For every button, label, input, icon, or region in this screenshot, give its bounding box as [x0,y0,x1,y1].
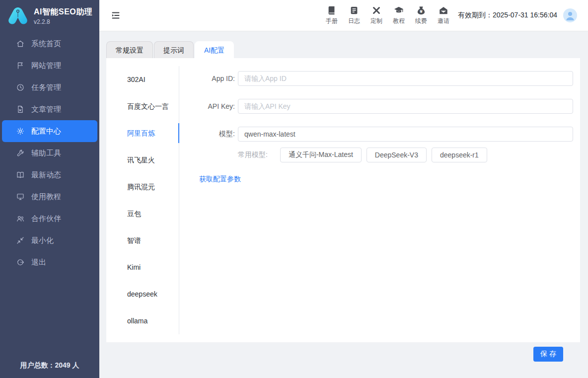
sidebar-item-label: 网站管理 [31,61,61,71]
sidebar-item-label: 辅助工具 [31,149,61,158]
save-button[interactable]: 保 存 [533,347,563,362]
sidebar-item-label: 文章管理 [31,105,61,114]
action-label: 邀请 [438,17,449,25]
course-button[interactable]: 教程 [393,5,405,25]
header-quick-actions: 手册 日志 定制 教程 ¥ 续费 邀请 [326,5,449,25]
user-total-label: 用户总数： [20,361,55,369]
custom-icon [371,5,381,15]
ai-config-panel: 302AI 百度文心一言 阿里百炼 讯飞星火 腾讯混元 豆包 智谱 Kimi d… [106,58,580,342]
news-icon [16,170,25,179]
app-id-row: App ID: [191,71,573,86]
provider-zhipu[interactable]: 智谱 [106,227,179,254]
app-version: v2.2.8 [34,18,92,25]
api-key-input[interactable] [238,99,573,114]
provider-deepseek[interactable]: deepseek [106,281,179,307]
sidebar-item-tools[interactable]: 辅助工具 [0,142,99,164]
sidebar-menu: 系统首页 网站管理 任务管理 文章管理 配置中心 辅助工具 最新动态 使用教程 [0,33,99,273]
action-label: 日志 [348,17,360,25]
site-icon [16,61,25,70]
sidebar-item-label: 系统首页 [31,39,61,49]
tab-prompts[interactable]: 提示词 [154,41,194,58]
avatar-person-icon [563,8,577,22]
partners-icon [16,214,25,223]
log-button[interactable]: 日志 [348,5,360,25]
tab-general-settings[interactable]: 常规设置 [106,41,153,58]
app-logo: AI智能SEO助理 v2.2.8 [0,0,99,31]
user-total-value: 2049 人 [55,361,79,369]
api-key-row: API Key: [191,99,573,114]
license-expiry: 有效期到：2025-07-31 16:56:04 [458,11,557,20]
sidebar-item-label: 退出 [31,258,46,267]
action-label: 续费 [415,17,427,25]
model-option-deepseek-v3-button[interactable]: DeepSeek-V3 [367,148,427,162]
save-row: 保 存 [106,347,580,362]
action-label: 定制 [370,17,382,25]
sidebar-item-tasks[interactable]: 任务管理 [0,76,99,98]
manual-book-icon [327,5,337,15]
log-icon [349,5,359,15]
common-models-label: 常用模型: [238,151,268,159]
user-total: 用户总数：2049 人 [0,361,99,378]
provider-xunfei-spark[interactable]: 讯飞星火 [106,147,179,173]
sidebar-item-label: 最小化 [31,236,54,245]
provider-kimi[interactable]: Kimi [106,254,179,281]
sidebar-collapse-icon[interactable] [110,9,122,21]
app-id-input[interactable] [238,71,573,86]
sidebar-item-articles[interactable]: 文章管理 [0,98,99,120]
config-icon [16,127,25,136]
svg-text:¥: ¥ [420,9,423,14]
manual-button[interactable]: 手册 [326,5,338,25]
sidebar-item-sites[interactable]: 网站管理 [0,55,99,76]
sidebar-item-config-center[interactable]: 配置中心 [2,120,97,142]
minimize-icon [16,236,25,245]
settings-tabs: 常规设置 提示词 AI配置 [106,41,580,58]
license-expiry-value: 2025-07-31 16:56:04 [493,11,557,19]
sidebar-item-label: 合作伙伴 [31,214,61,224]
provider-baidu-wenxin[interactable]: 百度文心一言 [106,93,179,120]
provider-tencent-hunyuan[interactable]: 腾讯混元 [106,173,179,200]
model-option-deepseek-r1-button[interactable]: deepseek-r1 [432,148,487,162]
sidebar-item-label: 使用教程 [31,192,61,202]
license-expiry-label: 有效期到： [458,11,493,19]
task-icon [16,83,25,92]
tutorial-icon [16,192,25,201]
app-title: AI智能SEO助理 [34,7,92,17]
tools-icon [16,149,25,157]
custom-button[interactable]: 定制 [370,5,382,25]
provider-302ai[interactable]: 302AI [106,66,179,93]
home-icon [16,39,25,48]
sidebar-item-partners[interactable]: 合作伙伴 [0,208,99,229]
app-logo-icon [7,6,29,26]
provider-ali-bailian[interactable]: 阿里百炼 [106,120,179,147]
course-cap-icon [394,5,404,15]
sidebar-item-exit[interactable]: 退出 [0,251,99,273]
provider-doubao[interactable]: 豆包 [106,200,179,227]
exit-icon [16,258,25,267]
top-header: 手册 日志 定制 教程 ¥ 续费 邀请 有效期到：2025-07-31 16:5… [99,0,588,31]
model-label: 模型: [191,130,238,139]
sidebar-item-label: 任务管理 [31,83,61,92]
sidebar-item-label: 最新动态 [31,170,61,180]
provider-nav: 302AI 百度文心一言 阿里百炼 讯飞星火 腾讯混元 豆包 智谱 Kimi d… [106,66,179,334]
provider-ollama[interactable]: ollama [106,307,179,334]
sidebar-item-label: 配置中心 [31,127,61,136]
user-avatar[interactable] [563,8,577,22]
action-label: 教程 [393,17,405,25]
renew-button[interactable]: ¥ 续费 [415,5,427,25]
model-option-qwen-button[interactable]: 通义千问-Max-Latest [280,148,362,162]
main-content: 常规设置 提示词 AI配置 302AI 百度文心一言 阿里百炼 讯飞星火 腾讯混… [99,31,588,378]
invite-mail-icon [439,5,448,15]
invite-button[interactable]: 邀请 [438,5,449,25]
api-key-label: API Key: [191,102,238,110]
sidebar-item-tutorial[interactable]: 使用教程 [0,186,99,208]
tab-ai-config[interactable]: AI配置 [195,41,234,58]
sidebar-item-home[interactable]: 系统首页 [0,33,99,55]
sidebar-item-news[interactable]: 最新动态 [0,164,99,186]
get-config-params-link[interactable]: 获取配置参数 [199,175,241,184]
model-row: 模型: [191,127,573,142]
common-models-row: 常用模型: 通义千问-Max-Latest DeepSeek-V3 deepse… [191,148,573,162]
model-input[interactable] [238,127,573,142]
sidebar-item-minimize[interactable]: 最小化 [0,229,99,251]
article-icon [16,105,25,114]
provider-config-form: App ID: API Key: 模型: 常用模型: 通义千问-Max-Late… [179,58,580,342]
